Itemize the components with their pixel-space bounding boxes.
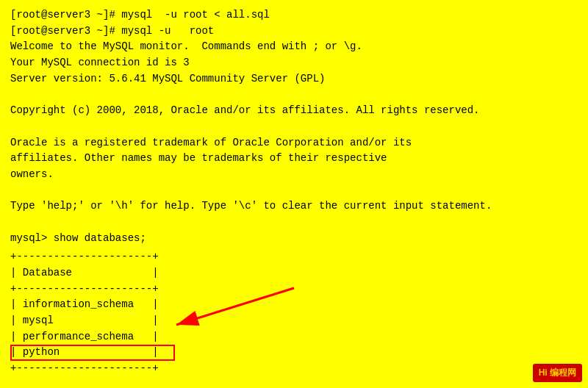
table-row-perf-schema: | performance_schema |: [10, 329, 578, 345]
table-row-info-schema: | information_schema |: [10, 297, 578, 313]
watermark: Hi 编程网: [533, 364, 582, 382]
terminal-line-blank-3: [10, 183, 578, 199]
terminal-line-copyright: Copyright (c) 2000, 2018, Oracle and/or …: [10, 103, 578, 119]
table-border-mid: +----------------------+: [10, 281, 578, 298]
terminal-line-oracle-3: owners.: [10, 167, 578, 183]
terminal-line-3: Welcome to the MySQL monitor. Commands e…: [10, 39, 578, 55]
terminal-window: [root@server3 ~]# mysql -u root < all.sq…: [0, 0, 588, 388]
terminal-line-blank-1: [10, 87, 578, 103]
watermark-icon: Hi: [539, 367, 548, 378]
table-border-bottom: +----------------------+: [10, 361, 578, 377]
terminal-line-4: Your MySQL connection id is 3: [10, 55, 578, 71]
terminal-line-2: [root@server3 ~]# mysql -u root: [10, 24, 578, 40]
terminal-line-blank-2: [10, 119, 578, 135]
table-row-python-container: | python |: [10, 345, 578, 361]
table-row-mysql: | mysql |: [10, 313, 578, 329]
table-row-python: | python |: [10, 345, 159, 361]
table-header: | Database |: [10, 265, 578, 281]
terminal-line-blank-5: [10, 377, 578, 388]
watermark-text: 编程网: [550, 367, 576, 378]
terminal-line-show-db: mysql> show databases;: [10, 231, 578, 247]
terminal-line-5: Server version: 5.6.41 MySQL Community S…: [10, 71, 578, 87]
table-border-top: +----------------------+: [10, 249, 578, 265]
terminal-line-blank-4: [10, 215, 578, 231]
terminal-line-oracle-2: affiliates. Other names may be trademark…: [10, 151, 578, 167]
terminal-line-oracle-1: Oracle is a registered trademark of Orac…: [10, 135, 578, 151]
terminal-line-1: [root@server3 ~]# mysql -u root < all.sq…: [10, 7, 578, 24]
terminal-line-help: Type 'help;' or '\h' for help. Type '\c'…: [10, 198, 578, 215]
db-table: +----------------------+ | Database | +-…: [10, 249, 578, 377]
